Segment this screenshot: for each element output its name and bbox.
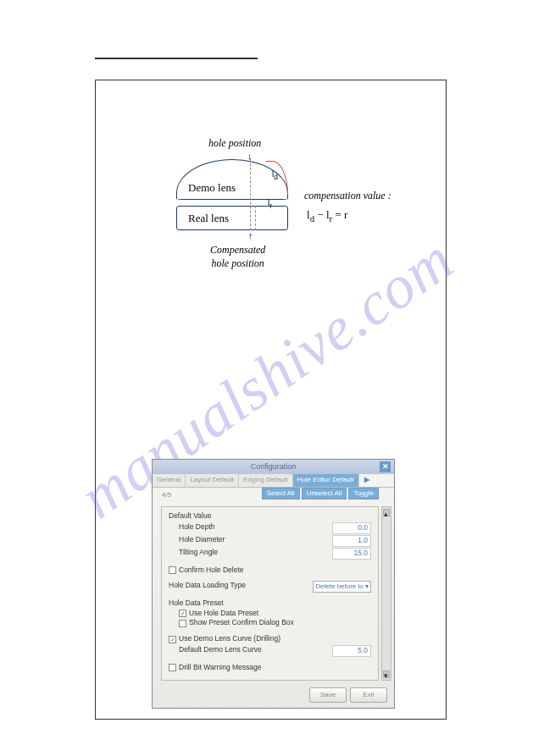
compensated-position-label: Compensatedhole position: [210, 244, 265, 270]
use-demo-curve-checkbox[interactable]: ✓: [169, 636, 176, 643]
hole-position-line: [250, 159, 251, 230]
exit-button[interactable]: Exit: [350, 687, 387, 703]
tab-row: General Layout Default Edging Default Ho…: [153, 474, 394, 488]
preset-heading: Hole Data Preset: [169, 599, 371, 609]
show-confirm-label: Show Preset Confirm Dialog Box: [189, 618, 294, 626]
dialog-button-row: Save Exit: [309, 687, 387, 703]
drill-warning-checkbox[interactable]: [169, 664, 176, 671]
compensation-value-label: compensation value :: [304, 190, 391, 202]
tab-hole-editor-default[interactable]: Hole Editor Default: [293, 474, 359, 487]
tab-general[interactable]: General: [153, 474, 186, 487]
confirm-delete-checkbox[interactable]: [169, 566, 176, 574]
show-confirm-checkbox[interactable]: [179, 620, 186, 627]
close-icon[interactable]: ✕: [380, 461, 391, 472]
dialog-titlebar: Configuration ✕: [153, 460, 394, 474]
loading-type-dropdown[interactable]: Delete before lo ▾: [313, 581, 371, 592]
compensation-formula: ld − lr = r: [307, 208, 347, 223]
hole-position-label: hole position: [208, 137, 261, 150]
header-underline: [95, 58, 258, 59]
confirm-delete-label: Confirm Hole Delete: [179, 566, 244, 574]
hole-depth-label: Hole Depth: [179, 522, 215, 534]
loading-type-label: Hole Data Loading Type: [169, 581, 246, 592]
use-preset-label: Use Hole Data Preset: [189, 609, 258, 617]
sub-button-row: Select All Unselect All Toggle: [153, 488, 394, 499]
scroll-down-icon[interactable]: ▾: [383, 670, 390, 678]
ld-label: ld: [272, 169, 278, 181]
tilting-angle-label: Tilting Angle: [179, 548, 218, 560]
unselect-all-button[interactable]: Unselect All: [302, 488, 347, 499]
page-indicator: 4/5: [162, 491, 171, 499]
real-lens-label: Real lens: [188, 212, 229, 225]
select-all-button[interactable]: Select All: [262, 488, 300, 499]
scroll-up-icon[interactable]: ▴: [383, 509, 390, 516]
default-demo-curve-input[interactable]: 5.0: [332, 645, 371, 657]
chevron-down-icon: ▾: [365, 582, 369, 590]
lr-label: lr: [268, 198, 272, 210]
hole-depth-input[interactable]: 0.0: [332, 522, 371, 534]
arrow-up-icon: ↑: [248, 230, 253, 240]
dialog-content: Default Value Hole Depth0.0 Hole Diamete…: [161, 506, 379, 681]
drill-warning-label: Drill Bit Warning Message: [179, 663, 261, 671]
tab-next-icon[interactable]: ▶: [359, 474, 375, 487]
toggle-button[interactable]: Toggle: [348, 488, 379, 499]
dialog-title-text: Configuration: [251, 462, 297, 471]
demo-lens-label: Demo lens: [188, 181, 236, 195]
tab-edging-default[interactable]: Edging Default: [239, 474, 292, 487]
compensated-position-line: [255, 206, 256, 230]
save-button[interactable]: Save: [309, 687, 347, 703]
use-demo-curve-label: Use Demo Lens Curve (Drilling): [179, 634, 280, 643]
use-preset-checkbox[interactable]: ✓: [179, 610, 186, 617]
scrollbar[interactable]: ▴ ▾: [381, 506, 391, 681]
configuration-dialog: Configuration ✕ General Layout Default E…: [152, 459, 395, 709]
tilting-angle-input[interactable]: 15.0: [332, 548, 371, 560]
tab-layout-default[interactable]: Layout Default: [186, 474, 239, 487]
hole-diameter-label: Hole Diameter: [179, 535, 225, 547]
default-demo-curve-label: Default Demo Lens Curve: [179, 645, 262, 657]
hole-diameter-input[interactable]: 1.0: [332, 535, 371, 547]
default-value-heading: Default Value: [169, 511, 371, 521]
